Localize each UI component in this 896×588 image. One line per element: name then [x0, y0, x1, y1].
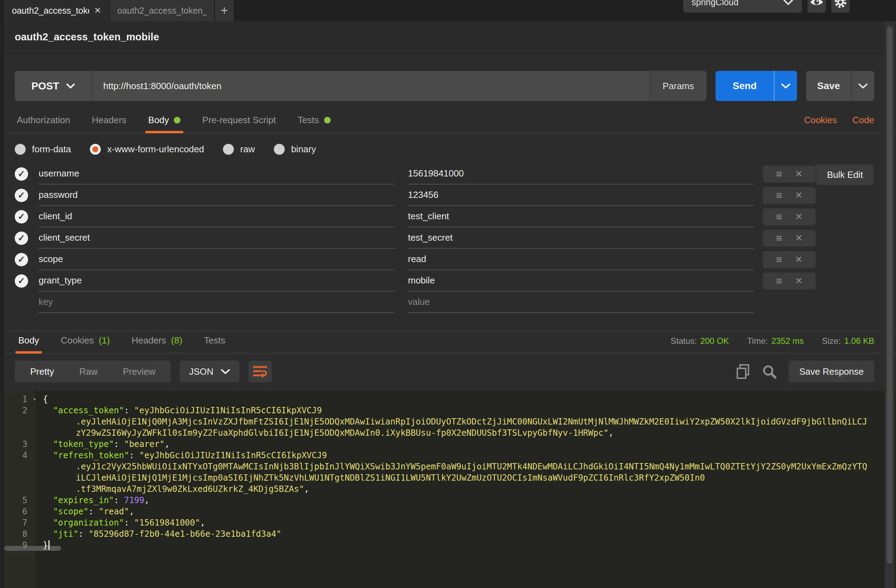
search-icon[interactable]	[762, 364, 777, 379]
request-tab[interactable]: oauth2_access_token_passv	[110, 0, 215, 21]
key-field[interactable]: scope	[39, 249, 394, 270]
tab-pre-request-script[interactable]: Pre-request Script	[202, 115, 276, 133]
settings-button[interactable]	[831, 0, 850, 13]
body-mode-raw[interactable]: raw	[223, 144, 255, 155]
row-enabled-checkbox[interactable]: ✓	[15, 210, 28, 223]
response-body-editor[interactable]: 1▾{2"access_token": "eyJhbGciOiJIUzI1NiI…	[4, 391, 896, 588]
key-field-placeholder[interactable]: key	[39, 292, 394, 313]
value-field[interactable]: 123456	[408, 185, 754, 206]
delete-row-icon[interactable]: ✕	[795, 212, 803, 221]
value-field[interactable]: test_client	[408, 206, 754, 227]
token-key: "expires_in"	[53, 495, 114, 505]
key-field[interactable]: client_id	[39, 206, 394, 227]
value-field[interactable]: mobile	[408, 270, 754, 292]
drag-handle-icon[interactable]: ≡	[776, 169, 782, 179]
code-line: iLCJleHAiOjE1NjQ1MjE1MjcsImp0aSI6IjNhZTk…	[4, 472, 896, 483]
save-options-button[interactable]	[851, 71, 874, 101]
drag-handle-icon[interactable]: ≡	[776, 233, 782, 243]
vertical-scrollbar[interactable]	[884, 22, 894, 588]
send-options-button[interactable]	[774, 71, 797, 101]
radio-unselected-icon[interactable]	[223, 144, 234, 155]
value-field-placeholder[interactable]: value	[408, 292, 754, 313]
delete-row-icon[interactable]: ✕	[795, 234, 803, 242]
form-row: ✓password123456≡✕	[15, 185, 896, 206]
language-value: JSON	[189, 366, 213, 377]
copy-icon[interactable]	[736, 364, 750, 379]
code-link[interactable]: Code	[852, 115, 874, 126]
token-plain: ,	[200, 518, 205, 528]
row-controls: ≡✕	[763, 166, 815, 182]
line-number	[4, 416, 35, 427]
row-enabled-checkbox[interactable]: ✓	[15, 274, 28, 288]
new-tab-button[interactable]: +	[215, 0, 235, 21]
drag-handle-icon[interactable]: ≡	[776, 254, 782, 265]
value-field[interactable]: test_secret	[408, 227, 754, 249]
delete-row-icon[interactable]: ✕	[795, 191, 803, 200]
token-plain: :	[124, 518, 134, 528]
token-str: .eyJleHAiOjE1NjQ0MjA3MjcsInVzZXJfbmFtZSI…	[76, 417, 867, 427]
body-mode-x-www-form-urlencoded[interactable]: x-www-form-urlencoded	[90, 144, 204, 155]
radio-selected-icon[interactable]	[90, 144, 101, 155]
drag-handle-icon[interactable]: ≡	[776, 211, 782, 222]
row-enabled-checkbox[interactable]: ✓	[15, 253, 28, 266]
cookies-link[interactable]: Cookies	[804, 115, 837, 126]
row-enabled-checkbox[interactable]: ✓	[15, 232, 28, 245]
code-text: {	[35, 394, 48, 405]
method-select[interactable]: POST	[15, 71, 93, 101]
row-enabled-checkbox[interactable]: ✓	[15, 189, 28, 202]
code-line: .tf3MRmqavA7mjZXl9w0ZkLxed6UZkrkZ_4KDjg5…	[4, 483, 896, 495]
delete-row-icon[interactable]: ✕	[795, 169, 803, 178]
response-tab-headers[interactable]: Headers(8)	[132, 335, 182, 353]
tab-label: oauth2_access_token_	[12, 6, 89, 16]
send-button[interactable]: Send	[716, 71, 774, 101]
key-field[interactable]: client_secret	[39, 227, 394, 249]
tab-body[interactable]: Body	[148, 115, 180, 133]
meta-size: Size:1.06 KB	[822, 336, 874, 346]
view-mode-pretty[interactable]: Pretty	[18, 366, 67, 377]
key-field[interactable]: username	[39, 163, 394, 185]
params-button[interactable]: Params	[649, 71, 706, 101]
token-str: "eyJhbGciOiJIUzI1NiIsInR5cCI6IkpXVCJ9	[134, 406, 322, 415]
value-field[interactable]: read	[408, 249, 754, 270]
drag-handle-icon[interactable]: ≡	[776, 190, 782, 201]
view-mode-raw[interactable]: Raw	[67, 366, 110, 377]
body-mode-form-data[interactable]: form-data	[15, 144, 71, 155]
save-button[interactable]: Save	[806, 71, 851, 101]
body-mode-binary[interactable]: binary	[274, 144, 316, 155]
response-tab-cookies[interactable]: Cookies(1)	[61, 335, 110, 353]
row-enabled-checkbox[interactable]: ✓	[15, 167, 28, 181]
radio-unselected-icon[interactable]	[274, 144, 285, 155]
fold-arrow-icon[interactable]: ▾	[33, 394, 37, 405]
drag-handle-icon[interactable]: ≡	[776, 276, 782, 286]
response-tab-tests[interactable]: Tests	[204, 335, 226, 353]
token-str: "85296d87-f2b0-44e1-b66e-23e1ba1fd3a4"	[88, 529, 281, 539]
meta-value: 1.06 KB	[844, 336, 874, 346]
key-field[interactable]: grant_type	[39, 270, 394, 292]
tab-authorization[interactable]: Authorization	[17, 115, 70, 133]
url-input[interactable]: http://host1:8000/oauth/token	[93, 71, 649, 101]
meta-label: Time:	[747, 336, 768, 346]
response-language-select[interactable]: JSON	[180, 361, 239, 383]
bulk-edit-button[interactable]: Bulk Edit	[816, 164, 873, 185]
close-tab-icon[interactable]: ✕	[94, 6, 101, 15]
key-field[interactable]: password	[39, 185, 394, 206]
environment-quick-look-button[interactable]	[808, 0, 826, 13]
vertical-scrollbar-thumb[interactable]	[887, 27, 893, 564]
token-plain: ,	[144, 495, 149, 505]
value-field[interactable]: 15619841000	[408, 163, 754, 185]
code-line: 2"access_token": "eyJhbGciOiJIUzI1NiIsIn…	[4, 405, 896, 416]
wrap-lines-button[interactable]	[248, 361, 272, 383]
environment-select[interactable]: springCloud	[683, 0, 802, 13]
delete-row-icon[interactable]: ✕	[795, 277, 803, 285]
tab-tests[interactable]: Tests	[298, 115, 331, 133]
view-mode-preview[interactable]: Preview	[110, 366, 168, 377]
code-text: }	[35, 539, 49, 551]
radio-unselected-icon[interactable]	[15, 144, 26, 155]
token-str: "bearer"	[124, 439, 165, 449]
delete-row-icon[interactable]: ✕	[795, 255, 803, 264]
request-tab[interactable]: oauth2_access_token_✕	[4, 0, 110, 21]
urlencoded-editor: ✓username15619841000≡✕✓password123456≡✕✓…	[4, 163, 896, 319]
tab-headers[interactable]: Headers	[92, 115, 126, 133]
response-tab-body[interactable]: Body	[18, 335, 39, 353]
save-response-button[interactable]: Save Response	[789, 361, 874, 383]
